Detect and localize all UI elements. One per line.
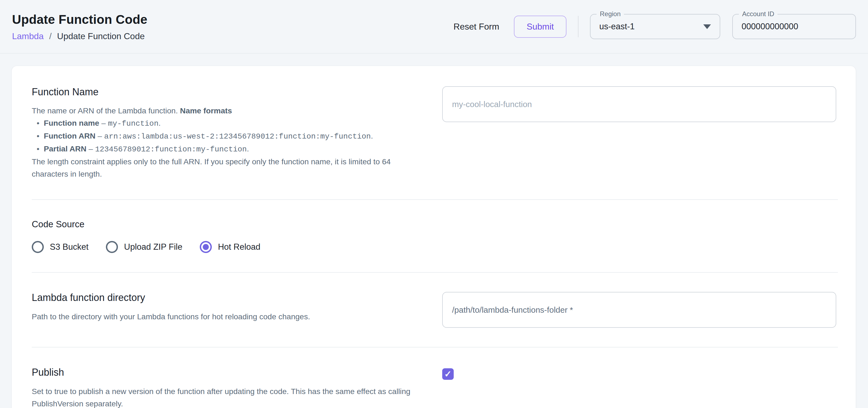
function-name-input[interactable] xyxy=(452,100,827,109)
breadcrumb-separator: / xyxy=(49,31,52,41)
radio-s3-bucket[interactable]: S3 Bucket xyxy=(32,241,88,253)
header-title-block: Update Function Code Lambda / Update Fun… xyxy=(12,12,148,41)
lambda-directory-input-col xyxy=(442,292,838,328)
header-actions: Reset Form Submit Region us-east-1 Accou… xyxy=(446,14,856,39)
publish-checkbox[interactable]: ✓ xyxy=(442,368,454,380)
section-publish: Publish Set to true to publish a new ver… xyxy=(32,348,838,408)
function-name-heading: Function Name xyxy=(32,86,420,97)
check-icon: ✓ xyxy=(444,370,452,378)
radio-unchecked-icon xyxy=(32,241,44,253)
radio-checked-icon xyxy=(200,241,212,253)
section-code-source: Code Source S3 Bucket Upload ZIP File Ho… xyxy=(32,200,838,272)
breadcrumb-lambda-link[interactable]: Lambda xyxy=(12,31,44,41)
region-label: Region xyxy=(596,10,624,18)
radio-hot-reload[interactable]: Hot Reload xyxy=(200,241,260,253)
lambda-directory-description: Path to the directory with your Lambda f… xyxy=(32,311,420,323)
breadcrumb: Lambda / Update Function Code xyxy=(12,31,148,41)
header-divider xyxy=(578,16,579,37)
region-select[interactable]: Region us-east-1 xyxy=(590,14,720,39)
page-header: Update Function Code Lambda / Update Fun… xyxy=(0,0,868,54)
publish-text: Publish Set to true to publish a new ver… xyxy=(32,367,442,408)
region-value: us-east-1 xyxy=(599,22,634,31)
account-id-label: Account ID xyxy=(739,10,777,18)
section-lambda-directory: Lambda function directory Path to the di… xyxy=(32,273,838,347)
publish-description: Set to true to publish a new version of … xyxy=(32,385,420,408)
code-source-heading: Code Source xyxy=(32,219,838,230)
lambda-directory-heading: Lambda function directory xyxy=(32,292,420,303)
form-card: Function Name The name or ARN of the Lam… xyxy=(11,66,856,408)
account-id-field: Account ID xyxy=(732,14,856,39)
chevron-down-icon xyxy=(703,24,711,29)
function-name-footer: The length constraint applies only to th… xyxy=(32,155,420,180)
publish-checkbox-col: ✓ xyxy=(442,367,838,380)
function-name-input-box xyxy=(442,86,836,122)
submit-button[interactable]: Submit xyxy=(514,16,566,38)
page-title: Update Function Code xyxy=(12,12,148,27)
lambda-directory-input-box xyxy=(442,292,836,328)
list-item: Function name – my-function. xyxy=(32,117,420,130)
function-name-intro: The name or ARN of the Lambda function. … xyxy=(32,105,420,117)
function-name-text: Function Name The name or ARN of the Lam… xyxy=(32,86,442,180)
reset-form-button[interactable]: Reset Form xyxy=(446,17,506,37)
name-format-list: Function name – my-function. Function AR… xyxy=(32,117,420,155)
lambda-directory-input[interactable] xyxy=(452,305,827,315)
publish-heading: Publish xyxy=(32,367,420,378)
list-item: Function ARN – arn:aws:lambda:us-west-2:… xyxy=(32,130,420,143)
breadcrumb-current: Update Function Code xyxy=(57,31,145,41)
code-source-radio-group: S3 Bucket Upload ZIP File Hot Reload xyxy=(32,241,838,253)
section-function-name: Function Name The name or ARN of the Lam… xyxy=(32,86,838,199)
function-name-input-col xyxy=(442,86,838,122)
account-id-input[interactable] xyxy=(742,22,847,31)
list-item: Partial ARN – 123456789012:function:my-f… xyxy=(32,143,420,155)
lambda-directory-text: Lambda function directory Path to the di… xyxy=(32,292,442,323)
radio-unchecked-icon xyxy=(106,241,118,253)
radio-upload-zip-file[interactable]: Upload ZIP File xyxy=(106,241,182,253)
